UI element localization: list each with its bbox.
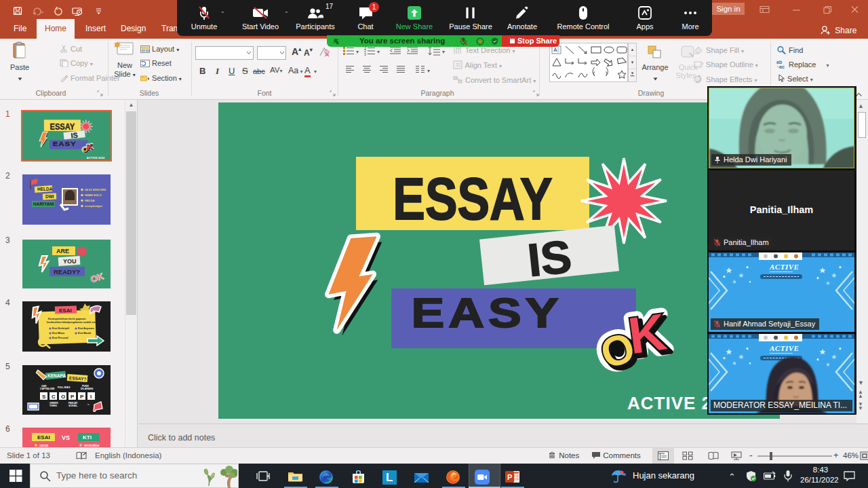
svg-text:P: P: [71, 394, 75, 400]
svg-text:O: O: [61, 394, 65, 400]
svg-text:FULL BIAS: FULL BIAS: [58, 386, 71, 389]
svg-text:Esai Deskriptif: Esai Deskriptif: [52, 327, 70, 330]
svg-text:HELDA: HELDA: [37, 187, 53, 191]
svg-text:Esai Argumen: Esai Argumen: [78, 327, 94, 330]
svg-text:ARE: ARE: [56, 248, 69, 255]
svg-text:C: C: [52, 394, 56, 400]
svg-text:OK: OK: [89, 271, 105, 284]
svg-text:S: S: [42, 394, 46, 400]
svg-text:Esai Personal: Esai Personal: [52, 337, 68, 339]
svg-text:A: A: [553, 47, 557, 53]
svg-text:berdasarkan fakta/pengalaman m: berdasarkan fakta/pengalaman mudah menul…: [47, 321, 101, 324]
svg-text:KENAPA: KENAPA: [47, 373, 66, 378]
svg-text:CAPITALISM: CAPITALISM: [40, 388, 54, 390]
svg-text:08888 SOLO: 08888 SOLO: [85, 193, 102, 197]
svg-text:Karangan/tulisan berisi gagasa: Karangan/tulisan berisi gagasan: [48, 318, 85, 320]
svg-text:P: P: [507, 473, 512, 481]
svg-text:04 03 2000 UNS: 04 03 2000 UNS: [85, 188, 106, 191]
svg-text:∞: ∞: [87, 403, 90, 406]
svg-text:ESAI: ESAI: [37, 434, 50, 440]
svg-text:SOSIAL: SOSIAL: [68, 405, 78, 407]
svg-text:DWI: DWI: [45, 194, 54, 199]
svg-text:P: P: [80, 394, 84, 400]
svg-text:3: 3: [364, 52, 366, 56]
svg-text:HARIYANI: HARIYANI: [33, 202, 54, 206]
svg-text:READY?: READY?: [54, 268, 80, 276]
svg-text:THING: THING: [50, 405, 57, 407]
svg-text:HELDA: HELDA: [85, 199, 94, 202]
svg-text:ac: ac: [779, 64, 785, 69]
svg-text:ESAI: ESAI: [59, 307, 72, 314]
svg-text:essaybudget: essaybudget: [85, 204, 102, 208]
svg-text:Esai Biasa: Esai Biasa: [52, 332, 65, 335]
svg-text:Esai Basah: Esai Basah: [78, 332, 91, 335]
svg-text:DILARANG: DILARANG: [81, 388, 94, 390]
svg-text:VS: VS: [62, 434, 70, 441]
svg-text:KTI: KTI: [83, 434, 92, 440]
svg-text:YOU: YOU: [63, 258, 77, 265]
svg-text:I: I: [90, 394, 92, 400]
